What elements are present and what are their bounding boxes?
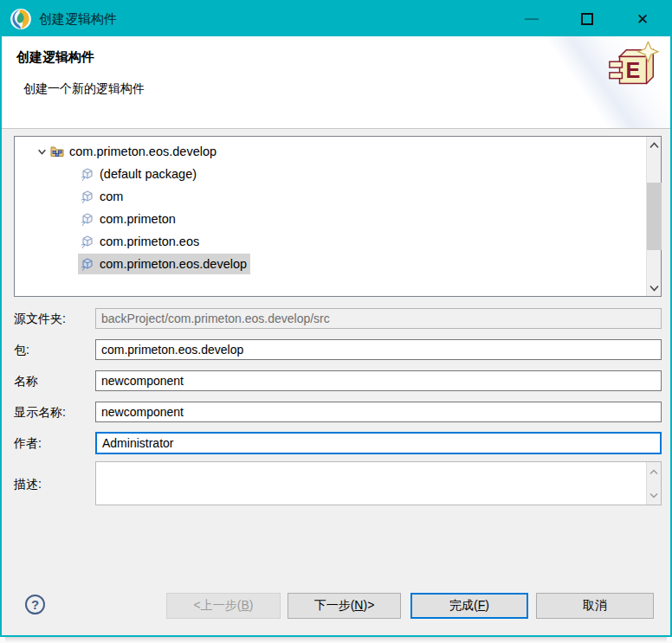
scroll-down-button[interactable]: [647, 485, 661, 505]
primeton-logo-icon: [10, 8, 32, 30]
tree-item-com-primeton[interactable]: ? com.primeton: [15, 208, 645, 230]
close-icon: ✕: [636, 10, 649, 29]
package-tree[interactable]: com.primeton.eos.develop ? (default pack…: [14, 136, 662, 297]
window-title: 创建逻辑构件: [39, 11, 117, 28]
name-label: 名称: [14, 374, 38, 389]
close-button[interactable]: ✕: [615, 2, 670, 36]
tree-item-label: com.primeton.eos.develop: [69, 145, 216, 158]
chevron-down-icon[interactable]: [36, 145, 48, 158]
tree-item-com-primeton-eos-develop[interactable]: ? com.primeton.eos.develop: [15, 253, 645, 275]
back-button: <上一步(B): [166, 593, 281, 619]
page-title: 创建逻辑构件: [16, 49, 94, 66]
description-value[interactable]: [96, 462, 646, 505]
package-label: 包:: [14, 343, 29, 358]
description-field[interactable]: [95, 461, 662, 505]
chevron-down-icon: [649, 492, 658, 498]
tree-item-label: com: [100, 190, 123, 203]
chevron-down-icon: [649, 285, 659, 292]
package-icon: ?: [81, 212, 94, 226]
title-bar[interactable]: 创建逻辑构件 — ✕: [2, 2, 670, 36]
tree-item-project[interactable]: com.primeton.eos.develop: [15, 140, 645, 163]
maximize-icon: [581, 13, 593, 25]
java-project-icon: [50, 145, 64, 158]
scroll-down-button[interactable]: [647, 280, 662, 296]
scroll-up-button[interactable]: [647, 137, 662, 153]
package-field[interactable]: [95, 339, 662, 360]
cancel-button[interactable]: 取消: [536, 593, 654, 619]
display-name-label: 显示名称:: [14, 405, 66, 421]
package-icon: ?: [81, 190, 94, 203]
svg-text:?: ?: [81, 197, 86, 204]
author-field[interactable]: [95, 432, 662, 454]
package-icon: ?: [81, 167, 94, 181]
selected-tree-item[interactable]: ? com.primeton.eos.develop: [78, 254, 250, 274]
page-subtitle: 创建一个新的逻辑构件: [23, 81, 145, 97]
svg-text:?: ?: [81, 242, 86, 249]
minimize-button[interactable]: —: [504, 2, 559, 36]
source-folder-field: [95, 308, 662, 329]
author-label: 作者:: [14, 436, 42, 452]
chevron-up-icon: [649, 469, 658, 475]
tree-scrollbar[interactable]: [646, 137, 661, 296]
tree-item-label: com.primeton.eos: [100, 235, 199, 248]
scroll-up-button[interactable]: [647, 462, 661, 481]
tree-item-default-package[interactable]: ? (default package): [15, 163, 645, 185]
description-scrollbar[interactable]: [646, 462, 661, 505]
source-folder-label: 源文件夹:: [14, 312, 66, 327]
description-label: 描述:: [14, 477, 42, 492]
svg-text:?: ?: [81, 265, 86, 272]
package-icon: ?: [81, 235, 94, 248]
tree-item-label: com.primeton: [100, 212, 176, 226]
name-field[interactable]: [95, 370, 662, 391]
next-button[interactable]: 下一步(N)>: [288, 593, 401, 619]
svg-text:?: ?: [81, 175, 86, 182]
package-icon: ?: [81, 257, 94, 271]
chevron-up-icon: [649, 142, 659, 149]
help-button[interactable]: ?: [25, 595, 45, 614]
window-shadow: [5, 637, 667, 642]
svg-text:E: E: [626, 58, 641, 82]
wizard-banner: 创建逻辑构件 创建一个新的逻辑构件 E: [2, 36, 670, 129]
tree-item-com-primeton-eos[interactable]: ? com.primeton.eos: [15, 230, 645, 253]
svg-text:?: ?: [81, 220, 86, 227]
question-icon: ?: [31, 597, 39, 612]
minimize-icon: —: [525, 11, 539, 27]
maximize-button[interactable]: [559, 2, 615, 36]
display-name-field[interactable]: [95, 402, 662, 422]
tree-item-com[interactable]: ? com: [15, 185, 645, 208]
finish-button[interactable]: 完成(F): [410, 593, 528, 619]
dialog-window: 创建逻辑构件 — ✕ 创建逻辑构件 创建一个新的逻辑构件 E: [0, 0, 672, 637]
tree-item-label: com.primeton.eos.develop: [100, 257, 247, 271]
tree-item-label: (default package): [100, 167, 197, 181]
logic-component-wizard-icon: E: [606, 42, 660, 95]
scrollbar-thumb[interactable]: [647, 183, 662, 250]
